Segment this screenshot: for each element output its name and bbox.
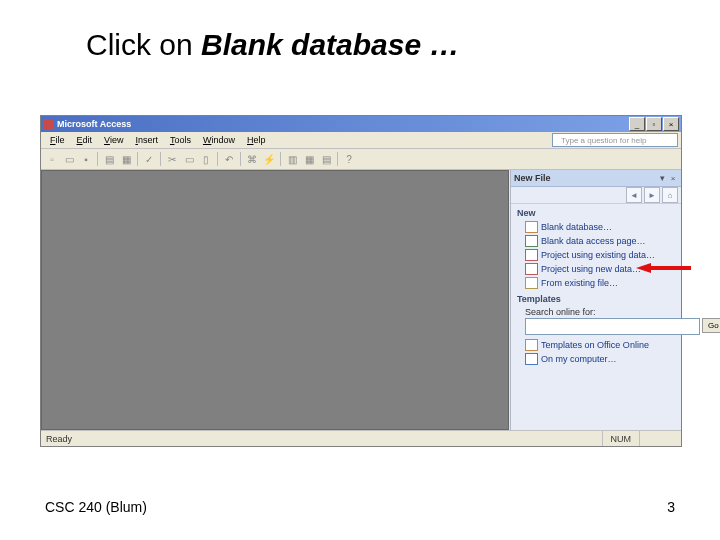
project-icon	[525, 249, 538, 261]
link-icon[interactable]: ⌘	[244, 151, 260, 167]
footer-right: 3	[667, 499, 675, 515]
template-search-input[interactable]	[525, 318, 700, 335]
menu-window[interactable]: Window	[197, 134, 241, 146]
nav-forward-icon[interactable]: ►	[644, 187, 660, 203]
item-blank-database[interactable]: Blank database…	[511, 220, 681, 234]
task-pane: New File ▾ × ◄ ► ⌂ New Blank database… B…	[510, 170, 681, 430]
item-blank-database-label: Blank database…	[541, 222, 612, 232]
status-ready: Ready	[46, 434, 602, 444]
slide-title-prefix: Click on	[86, 28, 201, 61]
relationships-icon[interactable]: ▦	[301, 151, 317, 167]
database-icon	[525, 221, 538, 233]
item-project-existing-label: Project using existing data…	[541, 250, 655, 260]
preview-icon[interactable]: ▦	[118, 151, 134, 167]
taskpane-title: New File	[514, 173, 657, 183]
slide-title-bold: Blank database …	[201, 28, 459, 61]
item-from-existing[interactable]: From existing file…	[511, 276, 681, 290]
status-num: NUM	[602, 431, 640, 446]
page-icon	[525, 235, 538, 247]
properties-icon[interactable]: ▤	[318, 151, 334, 167]
item-from-existing-label: From existing file…	[541, 278, 618, 288]
go-button[interactable]: Go	[702, 318, 720, 333]
toolbar: ▫ ▭ ▪ ▤ ▦ ✓ ✂ ▭ ▯ ↶ ⌘ ⚡ ▥ ▦ ▤ ?	[41, 149, 681, 170]
project-new-icon	[525, 263, 538, 275]
section-new-title: New	[511, 204, 681, 220]
menu-view[interactable]: View	[98, 134, 129, 146]
taskpane-dropdown-icon[interactable]: ▾	[657, 173, 668, 183]
mdi-canvas	[41, 170, 509, 430]
save-icon[interactable]: ▪	[78, 151, 94, 167]
nav-home-icon[interactable]: ⌂	[662, 187, 678, 203]
minimize-button[interactable]: _	[629, 117, 645, 131]
footer-left: CSC 240 (Blum)	[45, 499, 147, 515]
menu-insert[interactable]: Insert	[129, 134, 164, 146]
analyze-icon[interactable]: ⚡	[261, 151, 277, 167]
menubar: File Edit View Insert Tools Window Help …	[41, 132, 681, 149]
item-templates-online-label: Templates on Office Online	[541, 340, 649, 350]
code-icon[interactable]: ▥	[284, 151, 300, 167]
help-icon[interactable]: ?	[341, 151, 357, 167]
titlebar: Microsoft Access _ ▫ ×	[41, 116, 681, 132]
template-online-icon	[525, 339, 538, 351]
red-arrow-annotation	[636, 263, 691, 273]
slide-footer: CSC 240 (Blum) 3	[45, 499, 675, 515]
search-online-label: Search online for:	[511, 306, 681, 317]
computer-icon	[525, 353, 538, 365]
close-button[interactable]: ×	[663, 117, 679, 131]
item-templates-online[interactable]: Templates on Office Online	[511, 338, 681, 352]
item-blank-page[interactable]: Blank data access page…	[511, 234, 681, 248]
nav-back-icon[interactable]: ◄	[626, 187, 642, 203]
print-icon[interactable]: ▤	[101, 151, 117, 167]
copy-icon[interactable]: ▭	[181, 151, 197, 167]
open-icon[interactable]: ▭	[61, 151, 77, 167]
item-blank-page-label: Blank data access page…	[541, 236, 646, 246]
item-on-my-computer-label: On my computer…	[541, 354, 617, 364]
access-app-icon	[43, 119, 54, 130]
paste-icon[interactable]: ▯	[198, 151, 214, 167]
menu-file[interactable]: File	[44, 134, 71, 146]
menu-help[interactable]: Help	[241, 134, 272, 146]
slide-title: Click on Blank database …	[0, 0, 720, 62]
access-window: Microsoft Access _ ▫ × File Edit View In…	[40, 115, 682, 447]
workspace: New File ▾ × ◄ ► ⌂ New Blank database… B…	[41, 170, 681, 430]
window-title: Microsoft Access	[57, 119, 629, 129]
menu-tools[interactable]: Tools	[164, 134, 197, 146]
section-templates-title: Templates	[511, 290, 681, 306]
taskpane-header: New File ▾ ×	[511, 170, 681, 187]
item-on-my-computer[interactable]: On my computer…	[511, 352, 681, 366]
help-search-input[interactable]: Type a question for help	[552, 133, 678, 147]
item-project-existing[interactable]: Project using existing data…	[511, 248, 681, 262]
cut-icon[interactable]: ✂	[164, 151, 180, 167]
statusbar: Ready NUM	[41, 430, 681, 446]
maximize-button[interactable]: ▫	[646, 117, 662, 131]
status-empty-cell	[639, 431, 676, 446]
file-icon	[525, 277, 538, 289]
item-project-new-label: Project using new data…	[541, 264, 641, 274]
spell-icon[interactable]: ✓	[141, 151, 157, 167]
taskpane-nav: ◄ ► ⌂	[511, 187, 681, 204]
taskpane-close-icon[interactable]: ×	[668, 173, 678, 183]
menu-edit[interactable]: Edit	[71, 134, 99, 146]
new-icon[interactable]: ▫	[44, 151, 60, 167]
help-search-placeholder: Type a question for help	[555, 135, 652, 146]
undo-icon[interactable]: ↶	[221, 151, 237, 167]
